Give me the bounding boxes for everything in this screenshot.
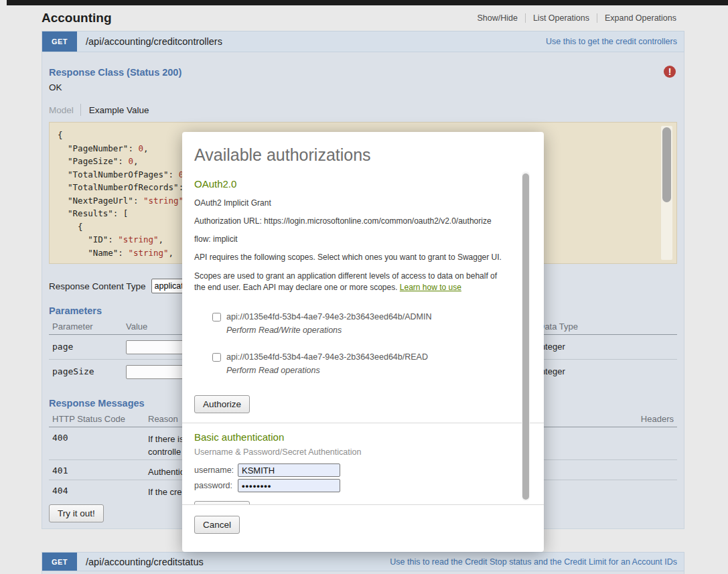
oauth2-section: OAuth2.0 OAuth2 Implicit Grant Authoriza…	[182, 178, 544, 423]
status-code: 401	[52, 465, 68, 476]
section-divider	[182, 423, 544, 423]
scope-admin-checkbox[interactable]	[212, 313, 221, 321]
endpoint-summary-link[interactable]: Use this to read the Credit Stop status …	[390, 557, 677, 567]
dialog-title: Available authorizations	[194, 145, 532, 165]
tab-model[interactable]: Model	[49, 105, 80, 115]
password-input[interactable]	[238, 479, 340, 492]
scope-item-read: api://0135e4fd-53b4-4ae7-94e3-2b3643eed6…	[212, 352, 506, 375]
nav-separator	[525, 13, 526, 23]
scope-id: api://0135e4fd-53b4-4ae7-94e3-2b3643eed6…	[226, 312, 431, 321]
col-reason: Reason	[148, 414, 178, 424]
basic-auth-authorize-button[interactable]: Authorize	[194, 501, 250, 505]
reason-line: If the cre	[148, 486, 182, 498]
reason-line: Authentic	[148, 465, 184, 478]
show-hide-link[interactable]: Show/Hide	[477, 13, 517, 23]
try-it-out-button[interactable]: Try it out!	[49, 504, 104, 522]
oauth2-scopes-description: Scopes are used to grant an application …	[194, 271, 506, 293]
dialog-scroll-area: OAuth2.0 OAuth2 Implicit Grant Authoriza…	[182, 171, 544, 505]
username-label: username:	[194, 465, 238, 475]
endpoint-row-creditcontrollers: GET /api/accounting/creditcontrollers Us…	[42, 31, 684, 52]
dialog-scrollbar-thumb[interactable]	[522, 173, 529, 500]
get-method-badge[interactable]: GET	[42, 553, 77, 571]
code-scrollbar-thumb[interactable]	[662, 127, 671, 202]
endpoint-path[interactable]: /api/accounting/creditstatus	[86, 557, 204, 567]
dialog-scrollbar-track[interactable]	[522, 171, 530, 501]
response-content-type-label: Response Content Type	[49, 281, 146, 291]
endpoint-summary-link[interactable]: Use this to get the credit controllers	[546, 37, 677, 46]
scope-description: Perform Read operations	[226, 366, 506, 375]
reason-line: If there is	[148, 433, 184, 445]
status-code: 404	[52, 486, 68, 496]
status-reason: If the cre	[148, 486, 182, 498]
list-operations-link[interactable]: List Operations	[533, 13, 589, 23]
password-label: password:	[194, 481, 238, 490]
endpoint-row-creditstatus: GET /api/accounting/creditstatus Use thi…	[42, 552, 684, 571]
endpoint-path[interactable]: /api/accounting/creditcontrollers	[86, 36, 222, 47]
basic-auth-section: Basic authentication Username & Password…	[182, 431, 544, 505]
authorizations-dialog: Available authorizations OAuth2.0 OAuth2…	[182, 132, 544, 552]
oauth2-scopes-intro: API requires the following scopes. Selec…	[194, 253, 506, 262]
auth-warning-icon[interactable]: !	[664, 66, 676, 78]
param-name: page	[52, 342, 73, 352]
scope-item-admin: api://0135e4fd-53b4-4ae7-94e3-2b3643eed6…	[212, 312, 506, 335]
col-headers: Headers	[641, 414, 674, 424]
section-header: Accounting Show/Hide List Operations Exp…	[42, 8, 676, 28]
schema-tabs: Model Example Value	[49, 101, 677, 119]
oauth2-authorize-button[interactable]: Authorize	[194, 395, 250, 413]
username-row: username:	[194, 463, 506, 477]
oauth2-heading: OAuth2.0	[194, 178, 506, 190]
code-scrollbar-track[interactable]	[661, 126, 672, 260]
oauth2-authorization-url: Authorization URL: https://login.microso…	[194, 216, 506, 226]
scope-description: Perform Read/Write operations	[226, 326, 506, 335]
reason-line: controlle	[148, 445, 184, 458]
oauth2-flow: flow: implicit	[194, 234, 506, 244]
nav-separator	[597, 13, 597, 23]
username-input[interactable]	[238, 463, 340, 477]
col-http-status-code: HTTP Status Code	[52, 414, 125, 424]
page-title: Accounting	[42, 11, 112, 25]
expand-operations-link[interactable]: Expand Operations	[605, 13, 676, 23]
status-code: 400	[52, 433, 68, 443]
col-data-type: Data Type	[538, 321, 578, 332]
response-class-description: OK	[49, 82, 677, 92]
col-parameter: Parameter	[52, 321, 93, 332]
endpoint2-panel-edge	[42, 571, 684, 574]
status-reason: Authentic	[148, 465, 184, 478]
basic-auth-subtitle: Username & Password/Secret Authenticatio…	[194, 447, 506, 457]
section-nav: Show/Hide List Operations Expand Operati…	[477, 13, 676, 23]
get-method-badge[interactable]: GET	[42, 31, 77, 52]
top-black-bar	[7, 0, 728, 5]
param-name: pageSize	[52, 366, 94, 376]
scope-read-checkbox[interactable]	[212, 353, 221, 362]
password-row: password:	[194, 479, 506, 492]
learn-how-to-use-link[interactable]: Learn how to use	[400, 283, 461, 292]
response-class-title: Response Class (Status 200)	[49, 67, 677, 78]
scope-id: api://0135e4fd-53b4-4ae7-94e3-2b3643eed6…	[226, 352, 428, 362]
status-reason: If there is controlle	[148, 433, 184, 458]
oauth2-grant-type: OAuth2 Implicit Grant	[194, 198, 506, 208]
cancel-button[interactable]: Cancel	[194, 516, 240, 534]
basic-auth-heading: Basic authentication	[194, 431, 506, 443]
tab-example-value[interactable]: Example Value	[81, 105, 149, 115]
col-value: Value	[126, 321, 147, 332]
